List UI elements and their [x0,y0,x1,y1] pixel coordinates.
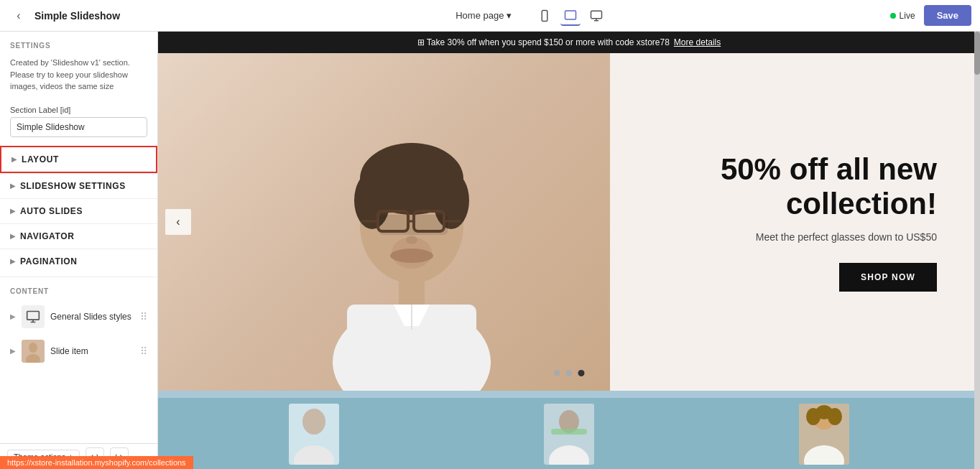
svg-point-28 [392,237,432,269]
svg-rect-4 [591,11,602,19]
view-icons [535,6,606,26]
sidebar-item-pagination-label: PAGINATION [20,256,78,266]
preview-wrapper: ⊞ Take 30% off when you spend $150 or mo… [158,32,980,469]
settings-description: Created by 'Slideshow v1' section. Pleas… [0,54,157,100]
back-button[interactable]: ‹ [9,6,29,26]
chevron-down-icon: ▾ [507,10,512,21]
announcement-bar: ⊞ Take 30% off when you spend $150 or mo… [158,32,980,53]
sidebar-item-slideshow-label: SLIDESHOW SETTINGS [20,181,126,191]
sidebar-item-pagination[interactable]: ▶ PAGINATION [0,249,157,274]
sidebar-item-navigator-label: NAVIGATOR [20,231,74,241]
slide-prev-button[interactable]: ‹ [165,209,191,235]
top-bar-center: Home page ▾ [175,6,882,26]
svg-point-32 [302,409,325,435]
expand-arrow-icon: ▶ [10,312,16,320]
slide-person-bg [158,53,610,391]
section-label-input[interactable] [10,117,147,137]
tablet-view-icon[interactable] [560,6,581,26]
announcement-link[interactable]: More details [674,37,721,47]
main-layout: SETTINGS Created by 'Slideshow v1' secti… [0,32,980,469]
save-button[interactable]: Save [924,5,971,26]
slide-subtext: Meet the perfect glasses down to US$50 [756,231,937,243]
sidebar-item-slideshow-settings[interactable]: ▶ SLIDESHOW SETTINGS [0,173,157,198]
url-bar: https://xstore-installation.myshopify.co… [0,456,193,469]
drag-handle-icon[interactable]: ⠿ [140,311,147,322]
svg-rect-36 [551,429,587,435]
slide-headline: 50% off all new collection! [624,152,937,222]
scrollbar-thumb [974,32,980,75]
general-slides-icon [22,305,45,328]
settings-label: SETTINGS [0,32,157,54]
person-illustration [275,60,548,391]
canvas-scrollbar[interactable] [974,32,980,469]
svg-point-11 [29,343,37,353]
chevron-right-icon: ▶ [10,207,16,215]
announcement-text: ⊞ Take 30% off when you spend $150 or mo… [417,37,670,47]
section-divider-bar [158,391,980,398]
slide-item-icon [22,340,45,363]
top-bar: ‹ Simple Slideshow Home page ▾ Live Save [0,0,980,32]
mobile-view-icon[interactable] [535,6,555,26]
live-label: Live [900,11,915,21]
sidebar-inner: SETTINGS Created by 'Slideshow v1' secti… [0,32,157,469]
chevron-right-icon: ▶ [10,182,16,190]
slide-dots [554,370,585,376]
slideshow-section: 50% off all new collection! Meet the per… [158,53,980,391]
top-bar-right: Live Save [890,5,971,26]
chevron-right-icon: ▶ [10,257,16,265]
canvas-area: ⊞ Take 30% off when you spend $150 or mo… [158,32,980,469]
slide-image-area [158,53,610,391]
svg-rect-0 [542,10,548,21]
slide-dot-1[interactable] [554,370,560,376]
sidebar-item-autoslides-label: AUTO SLIDES [20,206,83,216]
page-title: Simple Slideshow [34,10,120,22]
general-slides-label: General Slides styles [50,312,134,322]
next-section-person-3 [799,404,849,465]
svg-rect-7 [27,311,40,320]
sidebar-item-auto-slides[interactable]: ▶ AUTO SLIDES [0,198,157,223]
top-bar-left: ‹ Simple Slideshow [9,6,167,26]
chevron-right-icon: ▶ [10,232,16,240]
content-item-slide[interactable]: ▶ Slide item ⠿ [0,334,157,368]
sidebar-item-navigator[interactable]: ▶ NAVIGATOR [0,223,157,249]
live-indicator: Live [890,11,915,21]
content-label: CONTENT [0,277,157,299]
page-selector[interactable]: Home page ▾ [450,7,517,24]
slide-item-label: Slide item [50,346,134,356]
slide-dot-2[interactable] [566,370,573,376]
drag-handle-icon[interactable]: ⠿ [140,345,147,357]
shop-now-button[interactable]: SHOP NOW [839,263,937,292]
chevron-right-icon: ▶ [11,155,17,163]
sidebar-item-layout-label: LAYOUT [22,154,59,164]
page-selector-label: Home page [456,10,504,21]
slide-dot-3[interactable] [578,370,585,376]
next-section-person-1 [289,404,339,465]
sidebar: SETTINGS Created by 'Slideshow v1' secti… [0,32,158,469]
sidebar-item-layout[interactable]: ▶ LAYOUT [0,146,157,173]
next-section-person-2 [544,404,594,465]
desktop-view-icon[interactable] [586,6,606,26]
content-item-general-slides[interactable]: ▶ General Slides styles ⠿ [0,299,157,334]
slide-content: 50% off all new collection! Meet the per… [610,53,980,391]
live-dot [890,13,896,19]
section-label-field: Section Label [id] [0,100,157,117]
next-section [158,398,980,469]
expand-arrow-icon: ▶ [10,347,16,355]
svg-point-42 [828,408,842,425]
